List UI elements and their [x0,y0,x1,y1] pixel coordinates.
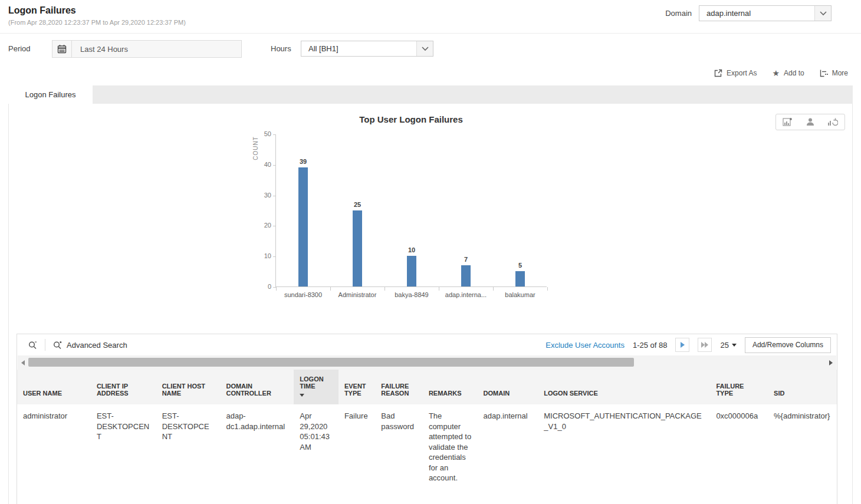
column-header-client-ip-address[interactable]: CLIENT IP ADDRESS [91,370,156,404]
export-as-button[interactable]: Export As [714,69,757,77]
x-axis-category-label: bakya-8849 [385,291,439,298]
hours-select[interactable]: All [BH1] [301,41,433,57]
chart-bar[interactable] [461,265,471,286]
advanced-search-icon [52,340,63,350]
chart-bar[interactable] [515,271,525,286]
last-page-icon [701,342,708,348]
column-header-logon-time[interactable]: LOGON TIME [294,370,339,404]
column-header-failure-type[interactable]: FAILURE TYPE [710,370,768,404]
search-icon [28,340,38,350]
calendar-icon[interactable] [52,40,72,58]
table-cell: EST-DESKTOPCENT [91,404,156,490]
bar-chart-plot: 0102030405039sundari-830025Administrator… [275,134,547,287]
domain-label: Domain [665,9,692,18]
y-axis-tick-mark [273,134,276,135]
column-header-domain[interactable]: DOMAIN [478,370,538,404]
domain-select[interactable]: adap.internal [699,5,832,21]
add-remove-columns-button[interactable]: Add/Remove Columns [745,337,831,353]
column-header-remarks[interactable]: REMARKS [423,370,478,404]
bar-value-label: 7 [448,256,484,263]
y-axis-tick-label: 0 [251,283,271,290]
column-header-event-type[interactable]: EVENT TYPE [339,370,375,404]
bar-value-label: 5 [502,262,538,269]
bar-value-label: 10 [394,246,429,253]
table-cell: administrator [17,404,91,490]
search-button[interactable] [23,340,42,350]
export-icon [714,69,722,77]
chart-bar[interactable] [298,167,308,286]
column-header-sid[interactable]: SID [768,370,837,404]
y-axis-tick-mark [273,165,276,166]
last-page-button[interactable] [698,338,712,352]
add-report-icon[interactable] [783,117,793,127]
advanced-search-button[interactable] [48,340,63,350]
hours-select-value: All [BH1] [301,41,416,56]
chart-bar[interactable] [407,256,416,286]
chart-bar[interactable] [353,210,362,287]
advanced-search-label[interactable]: Advanced Search [67,341,127,350]
horizontal-scrollbar[interactable] [18,355,836,370]
export-as-label: Export As [727,69,757,77]
scroll-right-icon[interactable] [827,358,835,367]
column-header-user-name[interactable]: USER NAME [17,370,91,404]
bar-value-label: 25 [340,201,375,208]
column-header-client-host-name[interactable]: CLIENT HOST NAME [156,370,221,404]
refresh-chart-icon[interactable] [827,117,838,127]
tab-logon-failures[interactable]: Logon Failures [8,85,93,104]
pagination-range: 1-25 of 88 [633,341,668,350]
table-cell: Bad password [375,404,423,490]
y-axis-tick-mark [273,196,276,196]
domain-select-value: adap.internal [699,6,814,21]
star-icon: ★ [772,69,780,77]
filter-bar: Period Hours All [BH1] [0,34,861,64]
sort-desc-icon[interactable] [300,394,304,397]
x-axis-tick-mark [439,287,439,291]
table-cell: Apr 29,2020 05:01:43 AM [294,404,339,490]
y-axis-tick-label: 50 [251,130,271,137]
results-table-panel: Advanced Search Exclude User Accounts 1-… [17,334,837,504]
y-axis-tick-mark [273,226,276,226]
tab-strip: Logon Failures [8,85,853,104]
y-axis-tick-mark [273,256,276,257]
add-to-button[interactable]: ★ Add to [772,69,804,77]
y-axis-tick-label: 10 [251,252,271,259]
column-header-logon-service[interactable]: LOGON SERVICE [538,370,710,404]
more-label: More [832,69,848,77]
x-axis-tick-mark [385,287,385,291]
more-button[interactable]: More [820,69,848,77]
chevron-down-icon[interactable] [416,41,433,56]
table-cell: The computer attempted to validate the c… [423,404,478,490]
x-axis-tick-mark [547,287,548,291]
divider [45,339,45,351]
column-header-domain-controller[interactable]: DOMAIN CONTROLLER [220,370,294,404]
exclude-user-accounts-link[interactable]: Exclude User Accounts [545,341,625,350]
scroll-left-icon[interactable] [19,358,27,367]
chevron-down-icon[interactable] [814,6,831,21]
scrollbar-thumb[interactable] [28,358,634,367]
domain-selector-group: Domain adap.internal [665,5,832,21]
x-axis-tick-mark [276,287,277,291]
logon-failures-table: USER NAMECLIENT IP ADDRESSCLIENT HOST NA… [17,370,837,490]
chart-title: Top User Logon Failures [252,114,570,124]
table-controls: Advanced Search Exclude User Accounts 1-… [17,334,837,355]
next-page-button[interactable] [675,338,689,352]
user-icon[interactable] [806,117,815,127]
table-cell: MICROSOFT_AUTHENTICATION_PACKAGE_V1_0 [538,404,710,490]
more-icon [820,69,828,77]
table-row: administratorEST-DESKTOPCENTEST-DESKTOPC… [17,404,837,490]
x-axis-tick-mark [330,287,331,291]
page-size-value: 25 [720,341,728,350]
column-header-failure-reason[interactable]: FAILURE REASON [375,370,423,404]
period-input[interactable] [72,40,242,58]
table-cell: %{administrator} [768,404,837,490]
x-axis-category-label: adap.interna... [439,291,493,298]
chart-toolbar [775,114,845,130]
report-actions: Export As ★ Add to More [0,64,861,85]
table-cell: 0xc000006a [710,404,768,490]
x-axis-category-label: Administrator [330,291,385,298]
y-axis-tick-label: 30 [251,192,271,199]
table-cell: Failure [339,404,375,490]
page-size-dropdown[interactable]: 25 [720,341,736,350]
table-cell: adap.internal [478,404,538,490]
bar-value-label: 39 [285,158,321,165]
